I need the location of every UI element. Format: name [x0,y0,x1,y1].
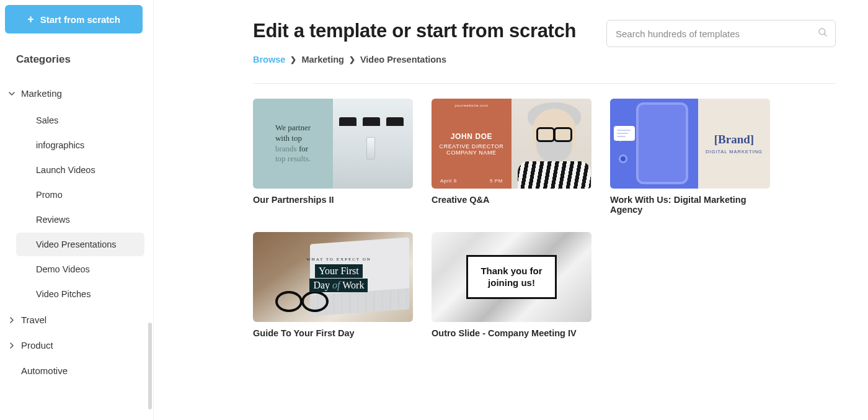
thumb-text: Work [342,280,364,290]
category-label: Marketing [21,88,62,99]
subcategory-list: Sales infographics Launch Videos Promo R… [5,109,148,306]
chevron-right-icon: ❯ [290,55,296,64]
category-marketing[interactable]: Marketing [5,81,148,106]
sidebar-scrollbar[interactable] [148,323,152,409]
category-label: Automotive [21,365,68,376]
subcategory-label: infographics [36,140,84,150]
start-from-scratch-label: Start from scratch [40,14,120,25]
category-automotive[interactable]: Automotive [5,358,148,383]
start-from-scratch-button[interactable]: + Start from scratch [5,5,143,34]
chevron-right-icon [7,317,16,323]
subcategory-promo[interactable]: Promo [16,183,144,207]
thumb-text: joining us! [488,277,535,288]
category-product[interactable]: Product [5,333,148,358]
chevron-right-icon: ❯ [349,55,355,64]
subcategory-label: Demo Videos [36,264,90,274]
template-thumbnail: yourwebsite.com JOHN DOE CREATIVE DIRECT… [432,99,591,189]
categories-heading: Categories [16,53,148,66]
category-label: Product [21,340,53,351]
thumb-text: of [332,280,340,290]
subcategory-label: Launch Videos [36,165,95,175]
template-card-our-partnerships[interactable]: We partner with top brands for top resul… [253,99,413,215]
template-card-creative-qa[interactable]: yourwebsite.com JOHN DOE CREATIVE DIRECT… [432,99,591,215]
breadcrumb: Browse ❯ Marketing ❯ Video Presentations [253,55,836,65]
subcategory-sales[interactable]: Sales [16,109,144,132]
thumb-text: DIGITAL MARKETING [706,149,763,154]
template-title: Work With Us: Digital Marketing Agency [610,195,770,215]
thumb-text: brands [275,144,297,153]
search-icon [817,27,828,40]
template-card-first-day[interactable]: WHAT TO EXPECT ON Your First Day of Work… [253,232,413,338]
template-title: Outro Slide - Company Meeting IV [432,328,591,338]
thumb-text: with top [275,133,302,143]
plus-icon: + [27,14,34,25]
thumb-text: JOHN DOE [451,132,492,141]
sidebar: + Start from scratch Categories Marketin… [0,0,154,420]
subcategory-label: Video Pitches [36,289,91,299]
subcategory-infographics[interactable]: infographics [16,133,144,157]
template-grid: We partner with top brands for top resul… [253,99,836,338]
thumb-text: We partner [275,123,311,132]
template-thumbnail: Thank you for joining us! [432,232,591,322]
page-title: Edit a template or start from scratch [253,20,576,42]
search-input[interactable] [606,20,836,47]
thumb-text: COMPANY NAME [446,150,496,156]
template-card-work-with-us[interactable]: [Brand] DIGITAL MARKETING Work With Us: … [610,99,770,215]
subcategory-video-pitches[interactable]: Video Pitches [16,282,144,306]
category-label: Travel [21,315,46,325]
breadcrumb-leaf: Video Presentations [360,55,446,65]
subcategory-label: Promo [36,190,63,200]
subcategory-video-presentations[interactable]: Video Presentations [16,233,144,256]
svg-line-1 [824,34,826,36]
chevron-right-icon [7,342,16,349]
breadcrumb-root[interactable]: Browse [253,55,285,65]
breadcrumb-mid[interactable]: Marketing [301,55,344,65]
subcategory-launch-videos[interactable]: Launch Videos [16,158,144,182]
template-title: Guide To Your First Day [253,328,413,338]
subcategory-demo-videos[interactable]: Demo Videos [16,257,144,281]
category-travel[interactable]: Travel [5,307,148,333]
thumb-text: Thank you for [480,266,542,276]
category-list: Marketing Sales infographics Launch Vide… [5,81,148,383]
thumb-text: top results. [275,154,311,163]
thumb-text: [Brand] [714,133,754,146]
thumb-text: Your First [315,264,363,278]
thumb-text: 5 PM [490,178,503,184]
search-wrap [606,20,836,47]
thumb-text: yourwebsite.com [454,104,488,107]
template-thumbnail: [Brand] DIGITAL MARKETING [610,99,770,189]
main-content: Edit a template or start from scratch Br… [154,0,868,420]
thumb-text: WHAT TO EXPECT ON [306,257,371,262]
chevron-down-icon [7,91,16,97]
thumb-text: CREATIVE DIRECTOR [440,143,504,150]
thumb-text: for [299,144,308,153]
subcategory-label: Reviews [36,215,70,225]
template-title: Creative Q&A [432,195,591,205]
template-thumbnail: WHAT TO EXPECT ON Your First Day of Work [253,232,413,322]
subcategory-reviews[interactable]: Reviews [16,208,144,231]
template-thumbnail: We partner with top brands for top resul… [253,99,413,189]
template-title: Our Partnerships II [253,195,413,205]
header-row: Edit a template or start from scratch [253,20,836,47]
subcategory-label: Video Presentations [36,239,117,249]
thumb-text: Day [313,280,330,290]
subcategory-label: Sales [36,115,58,125]
divider [253,83,836,84]
thumb-text: April 8 [440,178,457,184]
template-card-outro-slide[interactable]: Thank you for joining us! Outro Slide - … [432,232,591,338]
